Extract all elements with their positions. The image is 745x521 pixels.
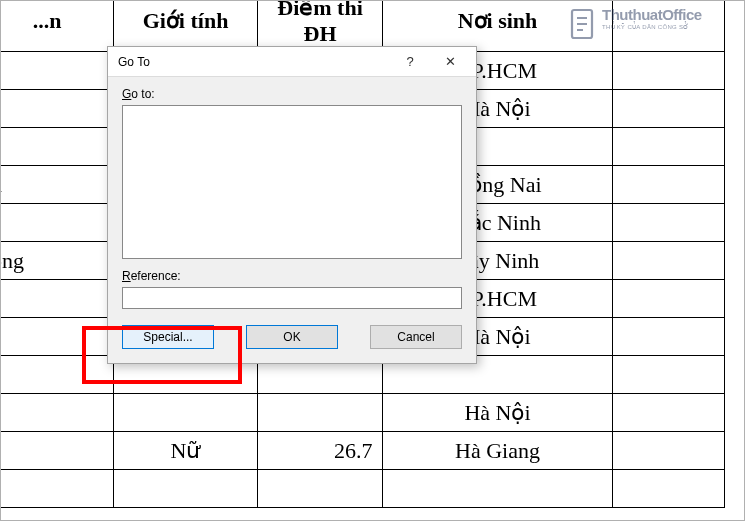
help-icon: ? xyxy=(406,54,413,69)
table-row[interactable]: Nữ26.7Hà Giang xyxy=(0,432,725,470)
close-button[interactable]: ✕ xyxy=(430,48,470,76)
cell[interactable]: òng xyxy=(0,242,114,280)
cell[interactable]: Hà Giang xyxy=(383,432,612,470)
header-col-0[interactable]: ...n xyxy=(0,0,114,52)
cell[interactable] xyxy=(0,90,114,128)
cell[interactable] xyxy=(0,204,114,242)
cell[interactable]: c xyxy=(0,318,114,356)
cell[interactable] xyxy=(0,394,114,432)
cell[interactable] xyxy=(257,394,383,432)
cell[interactable]: 26.7 xyxy=(257,432,383,470)
cell[interactable] xyxy=(612,394,724,432)
close-icon: ✕ xyxy=(445,54,456,69)
dialog-titlebar[interactable]: Go To ? ✕ xyxy=(108,47,476,77)
cell[interactable] xyxy=(612,432,724,470)
cell[interactable] xyxy=(0,470,114,508)
cell[interactable] xyxy=(612,280,724,318)
cell[interactable] xyxy=(0,52,114,90)
cell[interactable]: Hà Nội xyxy=(383,394,612,432)
cell[interactable] xyxy=(612,90,724,128)
cell[interactable] xyxy=(114,394,257,432)
cell[interactable] xyxy=(0,356,114,394)
cell[interactable] xyxy=(612,242,724,280)
cell[interactable] xyxy=(612,52,724,90)
cancel-button[interactable]: Cancel xyxy=(370,325,462,349)
special-button[interactable]: Special... xyxy=(122,325,214,349)
cell[interactable]: Nữ xyxy=(114,432,257,470)
cell[interactable] xyxy=(0,432,114,470)
cell[interactable] xyxy=(0,280,114,318)
cell[interactable] xyxy=(612,470,724,508)
reference-label: Reference: xyxy=(122,269,462,283)
table-row[interactable] xyxy=(0,470,725,508)
table-row[interactable]: Hà Nội xyxy=(0,394,725,432)
header-col-3[interactable]: Nơi sinh xyxy=(383,0,612,52)
ok-button[interactable]: OK xyxy=(246,325,338,349)
cell[interactable] xyxy=(114,470,257,508)
cell[interactable] xyxy=(612,166,724,204)
goto-dialog: Go To ? ✕ Go to: Reference: Special... O… xyxy=(107,46,477,364)
header-col-1[interactable]: Giới tính xyxy=(114,0,257,52)
goto-label: Go to: xyxy=(122,87,462,101)
cell[interactable] xyxy=(612,318,724,356)
header-col-2[interactable]: Điểm thi ĐH xyxy=(257,0,383,52)
cell[interactable] xyxy=(257,470,383,508)
reference-input[interactable] xyxy=(122,287,462,309)
cell[interactable] xyxy=(0,128,114,166)
dialog-title: Go To xyxy=(118,55,390,69)
cell[interactable] xyxy=(383,470,612,508)
cell[interactable]: h xyxy=(0,166,114,204)
cell[interactable] xyxy=(612,128,724,166)
goto-listbox[interactable] xyxy=(122,105,462,259)
cell[interactable] xyxy=(612,356,724,394)
help-button[interactable]: ? xyxy=(390,48,430,76)
header-col-4[interactable] xyxy=(612,0,724,52)
cell[interactable] xyxy=(612,204,724,242)
